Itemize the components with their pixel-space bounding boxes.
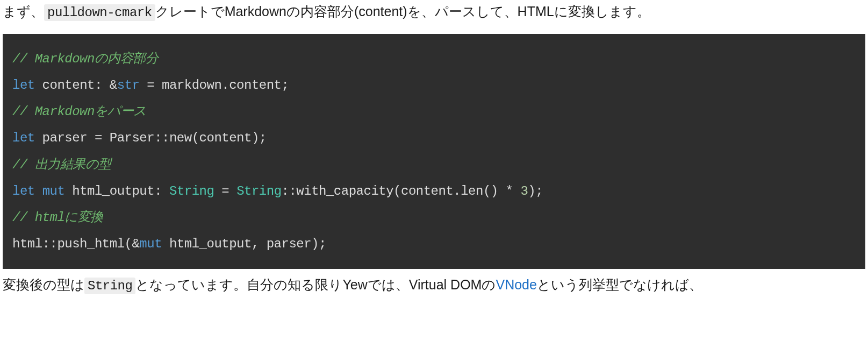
code-text: parser = Parser::new(content); — [35, 131, 267, 145]
code-text: = — [214, 184, 236, 198]
code-keyword: let — [12, 184, 35, 198]
code-block-rust: // Markdownの内容部分 let content: &str = mar… — [3, 34, 865, 269]
code-keyword: let — [12, 131, 35, 145]
code-keyword: str — [117, 78, 140, 93]
code-keyword: mut — [42, 184, 65, 198]
code-text: ::with_capacity(content.len() * — [282, 184, 521, 198]
code-keyword: mut — [139, 237, 162, 251]
paragraph-1: まず、pulldown-cmarkクレートでMarkdownの内容部分(cont… — [3, 0, 865, 24]
code-text — [35, 184, 42, 198]
code-text: html_output: — [64, 184, 169, 198]
paragraph-2: 変換後の型はStringとなっています。自分の知る限りYewでは、Virtual… — [3, 273, 865, 297]
code-number: 3 — [520, 184, 528, 198]
code-type: String — [236, 184, 281, 198]
code-text: html_output, parser); — [162, 237, 326, 251]
code-type: String — [169, 184, 214, 198]
code-comment: // Markdownの内容部分 — [12, 52, 158, 66]
inline-code-pulldown-cmark: pulldown-cmark — [44, 4, 155, 21]
article-body: まず、pulldown-cmarkクレートでMarkdownの内容部分(cont… — [0, 0, 868, 297]
code-comment: // htmlに変換 — [12, 210, 103, 225]
text: クレートでMarkdownの内容部分(content)を、パースして、HTMLに… — [155, 4, 650, 19]
text: まず、 — [3, 4, 44, 19]
code-text: = markdown.content; — [139, 78, 289, 93]
code-comment: // Markdownをパース — [12, 104, 147, 119]
text: という列挙型でなければ、 — [537, 277, 702, 292]
text: 変換後の型は — [3, 277, 84, 292]
code-keyword: let — [12, 78, 35, 93]
code-text: ); — [528, 184, 543, 198]
inline-code-string: String — [84, 278, 135, 294]
code-text: html::push_html(& — [12, 237, 139, 251]
text: となっています。自分の知る限りYewでは、Virtual DOMの — [135, 277, 496, 292]
link-vnode[interactable]: VNode — [496, 277, 536, 292]
code-text: content: & — [35, 78, 117, 93]
code-comment: // 出力結果の型 — [12, 158, 111, 172]
